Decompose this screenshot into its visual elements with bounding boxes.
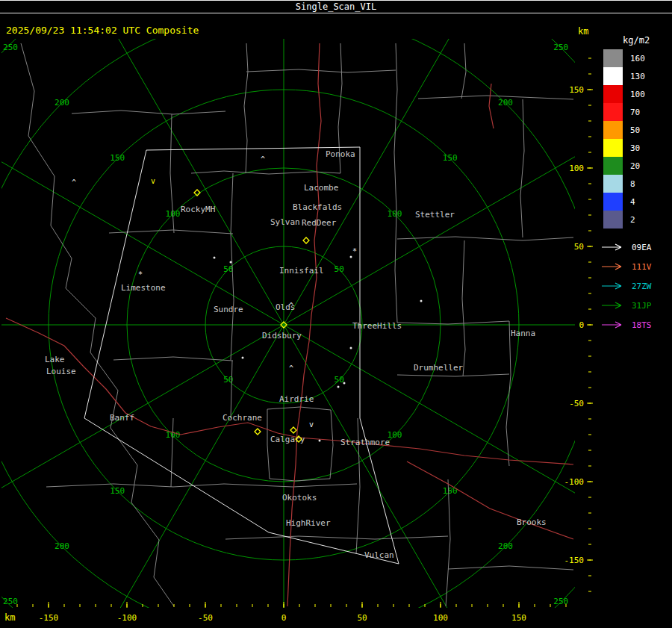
right-axis-label: -100 <box>564 477 585 487</box>
legend-value: 70 <box>630 108 640 117</box>
city-label: RockyMH <box>181 205 215 214</box>
radar-site-id: 111V <box>632 262 652 272</box>
county-boundary-line <box>113 357 233 361</box>
county-boundary-line <box>397 374 509 376</box>
city-label: Sundre <box>214 305 243 314</box>
right-axis-label: 50 <box>574 242 584 252</box>
bottom-axis-label: -150 <box>39 613 59 623</box>
symbol-marker: * <box>138 270 143 279</box>
right-axis-unit-label: km <box>578 26 588 37</box>
city-label: Cochrane <box>223 413 262 423</box>
town-dot-marker <box>337 386 340 388</box>
legend-value: 100 <box>630 90 645 99</box>
city-label: ThreeHills <box>352 321 402 331</box>
legend-entry: 160 <box>603 49 645 67</box>
town-dot-marker <box>420 300 423 302</box>
city-label: Lake <box>45 355 65 364</box>
city-label: Didsbury <box>262 331 302 341</box>
city-label: Innisfail <box>279 266 324 276</box>
city-label: Banff <box>110 413 134 423</box>
county-boundary-line <box>461 43 466 99</box>
ring-distance-label: 50 <box>335 264 344 274</box>
radar-direction-arrow-icon <box>600 243 627 252</box>
symbol-marker: * <box>352 247 357 255</box>
ring-distance-label: 250 <box>553 43 568 52</box>
ring-distance-label: 200 <box>498 541 513 551</box>
city-label: Lacombe <box>304 183 338 193</box>
radar-site-legend-entry: 09EA <box>600 237 652 257</box>
bottom-axis-unit-label: km <box>4 612 15 623</box>
radar-site-legend-entry: 27ZW <box>600 276 652 296</box>
scan-timestamp: 2025/09/23 11:54:02 UTC Composite <box>6 25 199 36</box>
legend-unit-label: kg/m2 <box>623 35 650 46</box>
legend-entry: 130 <box>603 67 645 85</box>
county-boundary-line <box>171 418 173 487</box>
legend-value: 2 <box>630 215 635 225</box>
legend-color-swatch <box>603 49 623 67</box>
ring-distance-label: 250 <box>3 597 18 606</box>
radar-site-legend-entry: 111V <box>600 257 652 276</box>
legend-value: 8 <box>630 179 635 189</box>
radar-site-diamond-marker <box>255 429 261 435</box>
city-label: Vulcan <box>364 550 394 560</box>
city-label: Airdrie <box>279 394 314 404</box>
legend-color-swatch <box>603 121 623 139</box>
right-axis-label: -50 <box>569 399 584 408</box>
city-label: Strathmore <box>340 438 390 447</box>
ring-distance-label: 150 <box>443 153 458 163</box>
county-boundary-line <box>397 321 509 324</box>
legend-entry: 30 <box>603 139 645 157</box>
title-bar: Single_Scan_VIL <box>0 0 672 13</box>
town-dot-marker <box>242 357 244 359</box>
county-boundary-line <box>418 96 573 99</box>
radar-direction-arrow-icon <box>600 301 627 310</box>
symbol-marker: ^ <box>289 302 293 310</box>
radar-map-canvas[interactable]: 5050505010010010010015015015015020020020… <box>0 0 597 628</box>
radial-grid-line <box>0 325 284 541</box>
county-boundary-line <box>246 69 396 72</box>
radar-site-id: 18TS <box>632 320 652 330</box>
radial-grid-line <box>284 325 500 628</box>
window-title: Single_Scan_VIL <box>296 1 376 12</box>
ring-distance-label: 150 <box>443 486 458 496</box>
legend-color-swatch <box>603 139 623 157</box>
legend-value: 160 <box>630 54 645 63</box>
bottom-axis-label: 0 <box>281 613 287 623</box>
radar-site-id: 09EA <box>632 243 652 252</box>
right-axis-label: 100 <box>569 164 584 173</box>
bottom-axis-label: 100 <box>433 613 448 623</box>
highway-line <box>489 84 494 128</box>
city-label: Calgary <box>270 435 305 444</box>
legend-color-swatch <box>603 211 623 228</box>
county-boundary-line <box>446 479 450 606</box>
radar-site-id: 31JP <box>632 301 652 311</box>
vil-color-scale: 16013010070503020842 <box>603 49 645 228</box>
legend-color-swatch <box>603 103 623 121</box>
symbol-marker: ^ <box>261 155 265 164</box>
legend-entry: 70 <box>603 103 645 121</box>
legend-value: 130 <box>630 72 645 81</box>
bottom-axis-label: -50 <box>198 613 213 623</box>
county-boundary-line <box>244 43 248 173</box>
city-label: Sylvan <box>270 217 300 227</box>
legend-entry: 100 <box>603 85 645 103</box>
radar-site-id: 27ZW <box>632 282 652 291</box>
legend-color-swatch <box>603 85 623 103</box>
city-label: HighRiver <box>286 518 331 528</box>
city-label: RedDeer <box>302 218 337 228</box>
town-dot-marker <box>343 382 346 385</box>
radar-site-diamond-marker <box>290 427 296 433</box>
right-axis-label: 150 <box>569 85 584 95</box>
county-boundary-line <box>397 237 573 240</box>
county-boundary-line <box>72 111 225 114</box>
ring-distance-label: 250 <box>3 43 18 52</box>
legend-entry: 4 <box>603 193 645 211</box>
county-boundary-line <box>225 536 448 539</box>
city-label: Louise <box>46 367 76 376</box>
county-boundary-line <box>462 240 465 376</box>
right-axis-label: -150 <box>564 556 585 565</box>
town-dot-marker <box>319 440 321 442</box>
town-dot-marker <box>214 257 216 259</box>
radar-site-legend: 09EA111V27ZW31JP18TS <box>600 237 652 335</box>
legend-color-swatch <box>603 175 623 193</box>
